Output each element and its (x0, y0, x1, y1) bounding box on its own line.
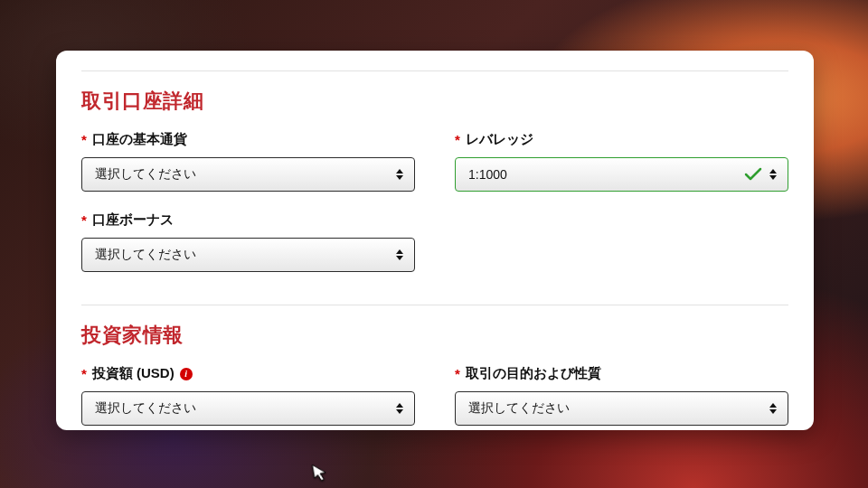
divider (81, 305, 788, 305)
select-purpose[interactable]: 選択してください (455, 391, 788, 426)
field-invest-amount: * 投資額 (USD) i 選択してください (81, 365, 415, 426)
select-value: 選択してください (468, 400, 570, 417)
label-invest-amount: * 投資額 (USD) i (81, 365, 415, 382)
select-value: 選択してください (95, 166, 196, 183)
select-base-currency[interactable]: 選択してください (81, 157, 415, 192)
select-value: 選択してください (95, 400, 196, 417)
required-mark: * (455, 366, 460, 381)
label-text: 口座の基本通貨 (92, 131, 187, 148)
label-text: 投資額 (USD) (92, 365, 175, 382)
row-account-2: * 口座ボーナス 選択してください (81, 211, 788, 292)
row-account-1: * 口座の基本通貨 選択してください * レバレッジ 1:1000 (81, 131, 788, 211)
info-icon[interactable]: i (180, 368, 193, 380)
label-leverage: * レバレッジ (455, 131, 788, 148)
select-leverage[interactable]: 1:1000 (455, 157, 788, 192)
field-purpose: * 取引の目的および性質 選択してください (455, 365, 788, 426)
label-purpose: * 取引の目的および性質 (455, 365, 788, 382)
cursor-icon (311, 462, 329, 483)
sort-icon (769, 402, 778, 415)
label-bonus: * 口座ボーナス (81, 211, 415, 229)
form-card: 取引口座詳細 * 口座の基本通貨 選択してください * レバレッジ 1:1000 (56, 51, 814, 430)
field-bonus: * 口座ボーナス 選択してください (81, 211, 415, 272)
label-text: レバレッジ (466, 131, 533, 148)
section-title-account: 取引口座詳細 (81, 88, 788, 115)
required-mark: * (81, 212, 87, 228)
field-leverage: * レバレッジ 1:1000 (455, 131, 788, 192)
sort-icon (396, 168, 405, 181)
select-bonus[interactable]: 選択してください (81, 238, 415, 272)
sort-icon (769, 168, 778, 181)
check-icon (744, 167, 762, 182)
field-base-currency: * 口座の基本通貨 選択してください (81, 131, 415, 192)
select-value: 選択してください (95, 247, 196, 263)
label-base-currency: * 口座の基本通貨 (81, 131, 415, 148)
select-value: 1:1000 (468, 167, 507, 182)
field-spacer (455, 211, 788, 272)
required-mark: * (81, 366, 87, 381)
sort-icon (396, 249, 405, 261)
divider (81, 70, 788, 71)
label-text: 取引の目的および性質 (466, 365, 601, 382)
select-invest-amount[interactable]: 選択してください (81, 391, 415, 426)
label-text: 口座ボーナス (92, 211, 174, 229)
required-mark: * (455, 132, 460, 147)
required-mark: * (81, 132, 87, 147)
section-title-investor: 投資家情報 (81, 322, 788, 349)
row-investor-1: * 投資額 (USD) i 選択してください * 取引の目的および性質 選択して… (81, 365, 788, 430)
sort-icon (396, 402, 405, 415)
